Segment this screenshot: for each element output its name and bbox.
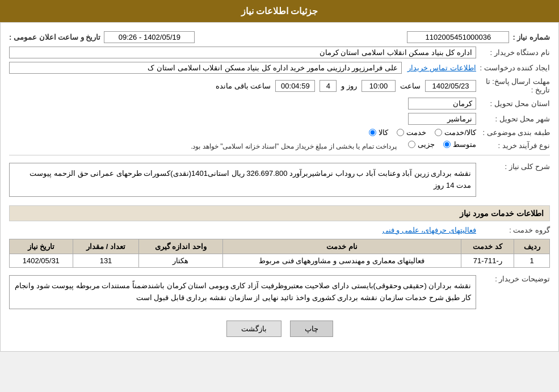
service-group-link[interactable]: فعالیتهای حرفهای، علمی و فنی (383, 226, 476, 234)
process-type-label: نوع فرآیند خرید : (476, 141, 550, 150)
delivery-province-label: استان محل تحویل : (476, 99, 550, 108)
process-type-value: متوسط جزیی پرداخت تمام یا بخشی از مبلغ خ… (9, 140, 476, 150)
action-buttons: چاپ بازگشت (9, 321, 550, 337)
delivery-province-value: کرمان (9, 98, 476, 109)
need-number-value: 1102005451000036 (407, 31, 509, 43)
response-deadline-label: مهلت ارسال پاسخ: تا تاریخ : (476, 77, 550, 94)
category-khidmat: خدمت (397, 128, 426, 137)
process-mutavasit: متوسط (443, 140, 476, 149)
need-description-row: شرح کلی نیاز : نقشه برداری زرین آباد وعن… (9, 160, 550, 200)
col-header-service-name: نام خدمت (222, 239, 461, 254)
category-kala: کالا (369, 128, 388, 137)
col-header-unit: واحد اندازه گیری (139, 239, 222, 254)
service-group-row: گروه خدمت : فعالیتهای حرفهای، علمی و فنی (9, 226, 550, 234)
service-group-value: فعالیتهای حرفهای، علمی و فنی (9, 226, 476, 234)
response-deadline-value: 1402/05/23 ساعت 10:00 روز و 4 00:04:59 س… (9, 80, 476, 92)
response-remaining: 00:04:59 (275, 80, 315, 92)
buyer-notes-box: نقشه برداران (حقیقی وحقوقی)بایستی دارای … (9, 275, 476, 309)
table-area: ردیف کد خدمت نام خدمت واحد اندازه گیری ت… (9, 239, 550, 268)
process-mutavasit-label: متوسط (453, 140, 476, 149)
buyer-name-label: نام دستگاه خریدار : (476, 48, 550, 57)
response-days: 4 (320, 80, 337, 92)
buyer-name-value: اداره کل بنیاد مسکن انقلاب اسلامی استان … (9, 47, 476, 58)
back-button[interactable]: بازگشت (226, 321, 281, 337)
need-description-box: نقشه برداری زرین آباد وعنابت آباد ب رودا… (9, 163, 476, 197)
requester-label: ایجاد کننده درخواست : (476, 64, 550, 72)
process-mutavasit-radio[interactable] (443, 141, 451, 148)
col-header-date: تاریخ نیاز (10, 239, 73, 254)
services-section-title: اطلاعات خدمات مورد نیاز (9, 205, 550, 221)
category-khidmat-label: خدمت (406, 128, 426, 137)
response-deadline-row: مهلت ارسال پاسخ: تا تاریخ : 1402/05/23 س… (9, 77, 550, 94)
requester-row: ایجاد کننده درخواست : اطلاعات تماس خریدا… (9, 62, 550, 74)
buyer-notes-value: نقشه برداران (حقیقی وحقوقی)بایستی دارای … (9, 272, 476, 312)
process-type-row: نوع فرآیند خرید : متوسط جزیی (9, 140, 550, 150)
response-time: 10:00 (362, 80, 396, 92)
announcement-date-label: تاریخ و ساعت اعلان عمومی : (9, 33, 100, 41)
category-row: طبقه بندی موضوعی : کالا/خدمت خدمت کالا (9, 128, 550, 137)
delivery-city-value: نرماشیر (9, 113, 476, 125)
category-kala-label: کالا (379, 128, 388, 137)
buyer-notes-label: توضیحات خریدار : (476, 272, 550, 283)
category-kala-khidmat: کالا/خدمت (435, 128, 476, 137)
service-group-label: گروه خدمت : (476, 226, 550, 234)
need-number-block: شماره نیاز : 1102005451000036 (407, 31, 550, 43)
response-days-label: روز و (341, 82, 357, 90)
announcement-date-value: 1402/05/19 - 09:26 (104, 31, 195, 43)
category-kala-khidmat-label: کالا/خدمت (444, 128, 476, 137)
category-khidmat-radio[interactable] (397, 129, 404, 136)
print-button[interactable]: چاپ (290, 321, 333, 337)
response-date: 1402/05/23 (425, 80, 476, 92)
category-options: کالا/خدمت خدمت کالا (9, 128, 476, 137)
requester-contact-link[interactable]: اطلاعات تماس خریدار (407, 64, 476, 72)
table-row: 1ر-711-71فعالیتهای معماری و مهندسی و مشا… (10, 254, 550, 268)
buyer-name-row: نام دستگاه خریدار : اداره کل بنیاد مسکن … (9, 47, 550, 58)
announcement-date-block: 1402/05/19 - 09:26 تاریخ و ساعت اعلان عم… (9, 31, 195, 43)
page-header: جزئیات اطلاعات نیاز (0, 0, 559, 22)
separator-1 (9, 155, 550, 155)
need-number-label: شماره نیاز : (512, 33, 550, 41)
services-table: ردیف کد خدمت نام خدمت واحد اندازه گیری ت… (9, 239, 550, 268)
process-note: پرداخت تمام یا بخشی از مبلغ خریداز محل "… (191, 142, 397, 150)
response-remaining-label: ساعت باقی مانده (216, 82, 271, 90)
requester-value: اطلاعات تماس خریدار علی فرامرزپور دارزین… (9, 62, 476, 74)
col-header-row: ردیف (514, 239, 550, 254)
buyer-notes-row: توضیحات خریدار : نقشه برداران (حقیقی وحق… (9, 272, 550, 312)
category-kala-radio[interactable] (369, 129, 376, 136)
process-jozi-radio[interactable] (408, 141, 415, 148)
top-info-row: شماره نیاز : 1102005451000036 1402/05/19… (9, 31, 550, 43)
need-description-value: نقشه برداری زرین آباد وعنابت آباد ب رودا… (9, 160, 476, 200)
delivery-province-row: استان محل تحویل : کرمان (9, 98, 550, 109)
delivery-city-row: شهر محل تحویل : نرماشیر (9, 113, 550, 125)
process-jozi-label: جزیی (418, 140, 435, 149)
category-kala-khidmat-radio[interactable] (435, 129, 442, 136)
process-jozi: جزیی (408, 140, 435, 149)
response-time-label: ساعت (400, 82, 421, 90)
category-label: طبقه بندی موضوعی : (476, 128, 550, 137)
need-description-label: شرح کلی نیاز : (476, 160, 550, 171)
col-header-quantity: تعداد / مقدار (73, 239, 139, 254)
delivery-city-label: شهر محل تحویل : (476, 115, 550, 123)
col-header-service-code: کد خدمت (461, 239, 514, 254)
